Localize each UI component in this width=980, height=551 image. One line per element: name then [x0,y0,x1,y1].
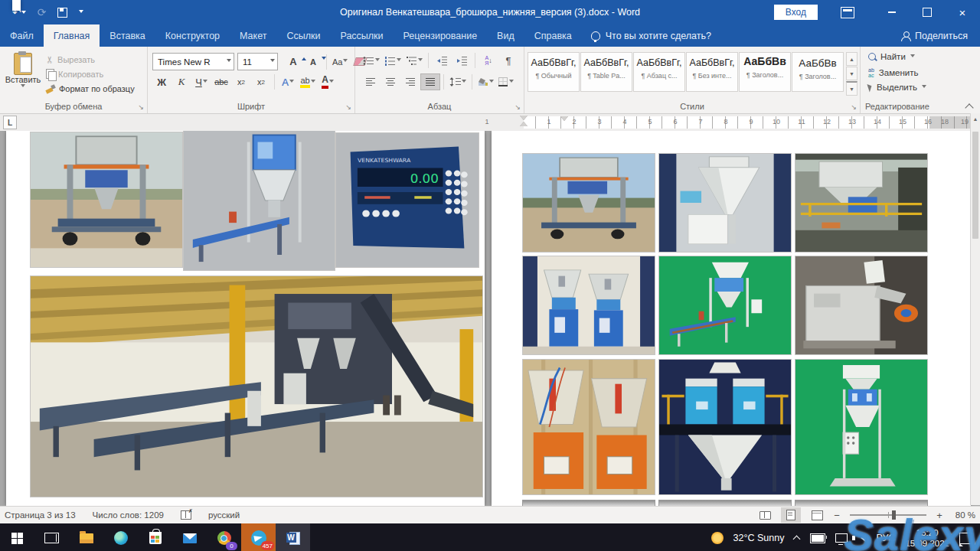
photo-cone-hopper-machine[interactable] [659,154,791,252]
render-bagging-machine-gray[interactable] [184,131,335,270]
vertical-scrollbar[interactable]: ▲ [970,113,980,505]
minimize-button[interactable] [874,0,910,24]
bullets-button[interactable] [361,53,381,68]
touch-mode-button[interactable] [12,0,21,11]
volume-icon[interactable] [861,534,866,542]
close-button[interactable]: × [945,0,980,24]
microsoft-store-button[interactable] [138,523,172,551]
hidden-icons-chevron[interactable] [794,535,800,541]
photo-orange-twin-machines[interactable] [523,360,655,494]
tab-review[interactable]: Рецензирование [394,24,488,47]
web-layout-button[interactable] [807,507,827,523]
clock[interactable]: 15:20 15.09.2022 [905,527,949,549]
proofing-errors-icon[interactable] [181,510,191,520]
language-indicator[interactable]: русский [208,510,240,520]
share-button[interactable]: Поделиться [901,24,980,47]
word-button[interactable]: W [276,523,310,551]
font-color-button[interactable]: А [318,74,337,90]
zoom-in-button[interactable]: + [936,510,943,521]
tab-file[interactable]: Файл [0,24,44,47]
align-right-button[interactable] [401,74,420,90]
render-tall-machine-green[interactable] [795,360,927,494]
cut-button[interactable]: ✂ Вырезать [46,52,135,67]
italic-button[interactable]: К [172,74,191,90]
show-paragraph-marks-button[interactable]: ¶ [499,53,518,68]
photo-partial-row[interactable] [659,500,791,506]
start-button[interactable] [0,523,34,551]
tab-help[interactable]: Справка [524,24,582,47]
indent-markers[interactable] [520,116,528,129]
telegram-button[interactable]: 457 [241,523,276,551]
page-indicator[interactable]: Страница 3 из 13 [5,510,76,520]
task-view-button[interactable] [34,523,69,551]
styles-scroll-down-button[interactable]: ▼ [846,67,858,80]
tell-me-box[interactable]: Что вы хотите сделать? [582,24,720,47]
ribbon-display-options-button[interactable] [841,7,854,18]
style-normal[interactable]: АаБбВвГг, ¶ Обычный [528,52,580,92]
line-spacing-button[interactable] [448,74,468,90]
file-explorer-button[interactable] [69,523,103,551]
photo-plant-yellow-railing[interactable] [795,154,927,252]
justify-button[interactable] [421,74,439,90]
sort-button[interactable]: АЯ↓ [479,53,498,68]
style-list-paragraph[interactable]: АаБбВвГг, ¶ Абзац с... [633,52,685,92]
text-effects-button[interactable]: А [279,74,297,90]
read-mode-button[interactable] [755,507,775,523]
strikethrough-button[interactable]: abc [212,74,230,90]
styles-dialog-launcher[interactable]: ↘ [851,103,857,111]
photo-factory-conveyor-line[interactable] [31,276,482,497]
copy-button[interactable]: Копировать [46,67,135,81]
underline-button[interactable]: Ч [192,74,211,90]
paste-button[interactable]: Вставить [5,51,41,106]
photo-twin-bagging-machines[interactable] [523,256,655,354]
battery-icon[interactable] [810,533,825,543]
zoom-slider[interactable] [850,514,926,516]
edge-button[interactable] [103,523,138,551]
shading-button[interactable] [476,74,495,90]
font-name-combobox[interactable]: Times New R [152,53,234,70]
collapse-ribbon-button[interactable] [966,103,972,109]
tab-home[interactable]: Главная [44,24,100,47]
document-page-left[interactable]: VENKATESHWARA 0.00 [6,131,485,506]
subscript-button[interactable]: x2 [232,74,250,90]
weather-text[interactable]: 32°C Sunny [733,533,785,543]
change-case-button[interactable]: Aa [331,54,349,70]
align-center-button[interactable] [381,74,400,90]
tab-mailings[interactable]: Рассылки [330,24,393,47]
tab-design[interactable]: Конструктор [155,24,230,47]
photo-outdoor-machine-sky[interactable] [523,154,655,252]
replace-button[interactable]: abac Заменить [868,67,918,78]
grow-font-button[interactable]: A [284,54,302,70]
style-heading2[interactable]: АаБбВв ¶ Заголов... [792,52,844,92]
tab-layout[interactable]: Макет [230,24,276,47]
redo-button[interactable]: ⟳ [38,7,47,18]
select-button[interactable]: Выделить [868,83,926,92]
sign-in-button[interactable]: Вход [774,5,818,20]
zoom-slider-thumb[interactable] [892,510,896,520]
shrink-font-button[interactable]: A [304,54,322,70]
customize-qat-button[interactable] [79,10,83,15]
style-no-spacing[interactable]: АаБбВвГг, ¶ Без инте... [686,52,738,92]
font-dialog-launcher[interactable]: ↘ [345,103,351,111]
language-switcher[interactable]: РУС [876,533,895,543]
increase-indent-button[interactable] [452,53,471,68]
chrome-button[interactable]: 0 [207,523,241,551]
format-painter-button[interactable]: Формат по образцу [46,81,135,96]
photo-partial-row[interactable] [795,500,927,506]
word-count[interactable]: Число слов: 1209 [93,510,164,520]
photo-cyan-machines-navy[interactable] [659,360,791,494]
save-button[interactable] [57,8,67,18]
tab-references[interactable]: Ссылки [276,24,330,47]
styles-gallery-expand-button[interactable]: ▼ [846,81,858,96]
decrease-indent-button[interactable] [433,53,451,68]
font-size-combobox[interactable]: 11 [237,53,278,70]
numbering-button[interactable] [383,53,403,68]
borders-button[interactable] [497,74,515,90]
photo-weighing-controller-panel[interactable]: VENKATESHWARA 0.00 [336,133,479,267]
multilevel-list-button[interactable] [404,53,424,68]
zoom-out-button[interactable]: − [833,510,841,521]
mail-button[interactable] [172,523,207,551]
paragraph-dialog-launcher[interactable]: ↘ [514,103,521,111]
photo-outdoor-bagging-machine[interactable] [31,132,182,267]
scrollbar-thumb[interactable] [972,132,978,239]
